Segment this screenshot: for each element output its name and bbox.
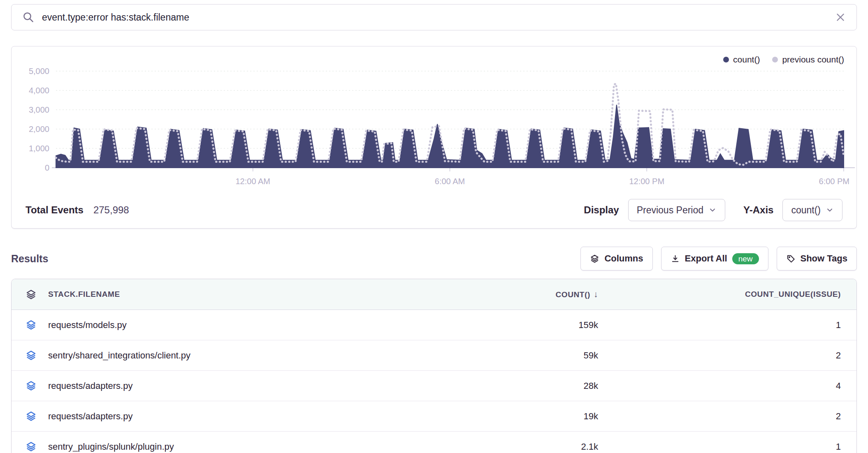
results-header-row: Results Columns Export All new — [11, 247, 857, 270]
results-title: Results — [11, 253, 48, 265]
stack-filename-value: requests/adapters.py — [48, 411, 132, 422]
table-row[interactable]: sentry_plugins/splunk/plugin.py2.1k1 — [12, 432, 856, 453]
stack-filename-value: requests/models.py — [48, 320, 127, 331]
layers-icon — [590, 254, 599, 263]
show-tags-button-label: Show Tags — [801, 253, 848, 264]
chart-footer: Total Events 275,998 Display Previous Pe… — [12, 190, 856, 228]
columns-button-label: Columns — [604, 253, 643, 264]
download-icon — [671, 254, 680, 263]
count-value: 2.1k — [470, 441, 610, 452]
count-value: 28k — [470, 381, 610, 391]
table-header-row: STACK.FILENAME COUNT()↓ COUNT_UNIQUE(ISS… — [12, 279, 856, 310]
stack-filename-value: requests/adapters.py — [48, 381, 132, 391]
column-header-stack-filename-label: STACK.FILENAME — [48, 290, 120, 299]
count-value: 159k — [470, 320, 610, 331]
layers-icon[interactable] — [26, 289, 37, 300]
legend-label-previous-count: previous count() — [782, 55, 844, 65]
column-header-stack-filename[interactable]: STACK.FILENAME — [12, 289, 470, 300]
count-unique-value: 1 — [610, 320, 856, 331]
chevron-down-icon — [708, 206, 717, 214]
clear-search-icon[interactable] — [835, 12, 846, 23]
svg-text:12:00 PM: 12:00 PM — [629, 177, 664, 186]
legend-label-count: count() — [733, 55, 760, 65]
new-badge: new — [732, 253, 759, 264]
events-chart-panel: count() previous count() 01,0002,0003,00… — [11, 46, 857, 229]
svg-text:6:00 PM: 6:00 PM — [819, 177, 849, 186]
search-bar — [11, 4, 857, 30]
stack-context-icon[interactable] — [26, 380, 37, 391]
svg-text:1,000: 1,000 — [29, 144, 49, 153]
count-unique-value: 2 — [610, 411, 856, 422]
svg-text:4,000: 4,000 — [29, 86, 49, 95]
tag-icon — [786, 254, 796, 263]
chart-legend: count() previous count() — [12, 46, 856, 66]
count-value: 59k — [470, 350, 610, 361]
discover-page: count() previous count() 01,0002,0003,00… — [0, 0, 868, 453]
stack-context-icon[interactable] — [26, 441, 37, 452]
display-label: Display — [584, 204, 619, 216]
stack-context-icon[interactable] — [26, 319, 37, 331]
table-row[interactable]: requests/adapters.py28k4 — [12, 371, 856, 401]
count-value: 19k — [470, 411, 610, 422]
chart-plot-area: 01,0002,0003,0004,0005,00012:00 AM6:00 A… — [12, 66, 856, 190]
count-unique-value: 4 — [610, 381, 856, 391]
chevron-down-icon — [826, 206, 834, 214]
results-table: STACK.FILENAME COUNT()↓ COUNT_UNIQUE(ISS… — [11, 279, 857, 453]
count-unique-value: 2 — [610, 350, 856, 361]
table-row[interactable]: requests/models.py159k1 — [12, 310, 856, 340]
yaxis-dropdown-value: count() — [791, 205, 821, 216]
legend-dot-count — [723, 57, 729, 62]
search-input[interactable] — [42, 12, 828, 23]
column-header-count[interactable]: COUNT()↓ — [470, 289, 610, 299]
columns-button[interactable]: Columns — [580, 247, 652, 270]
yaxis-label: Y-Axis — [743, 204, 773, 216]
column-header-count-label: COUNT() — [555, 290, 590, 299]
column-header-count-unique-label: COUNT_UNIQUE(ISSUE) — [745, 290, 841, 298]
legend-item-previous-count[interactable]: previous count() — [772, 55, 844, 65]
stack-context-icon[interactable] — [26, 350, 37, 361]
search-icon — [22, 11, 35, 23]
svg-text:12:00 AM: 12:00 AM — [235, 177, 270, 186]
legend-dot-previous-count — [772, 57, 778, 62]
total-events-label: Total Events — [26, 204, 84, 216]
legend-item-count[interactable]: count() — [723, 55, 760, 65]
export-all-button-label: Export All — [685, 253, 727, 264]
svg-text:3,000: 3,000 — [29, 105, 49, 114]
table-row[interactable]: sentry/shared_integrations/client.py59k2 — [12, 340, 856, 371]
stack-context-icon[interactable] — [26, 411, 37, 422]
total-events-value: 275,998 — [93, 204, 129, 216]
count-unique-value: 1 — [610, 441, 856, 452]
svg-text:5,000: 5,000 — [29, 67, 49, 76]
show-tags-button[interactable]: Show Tags — [777, 247, 857, 270]
display-dropdown-value: Previous Period — [637, 205, 703, 216]
stack-filename-value: sentry/shared_integrations/client.py — [48, 350, 190, 361]
display-dropdown[interactable]: Previous Period — [628, 199, 725, 221]
table-row[interactable]: requests/adapters.py19k2 — [12, 401, 856, 432]
svg-text:6:00 AM: 6:00 AM — [435, 177, 465, 186]
stack-filename-value: sentry_plugins/splunk/plugin.py — [48, 441, 174, 452]
events-area-chart: 01,0002,0003,0004,0005,00012:00 AM6:00 A… — [12, 66, 857, 190]
sort-desc-icon: ↓ — [594, 289, 598, 299]
svg-text:0: 0 — [45, 163, 49, 172]
svg-text:2,000: 2,000 — [29, 125, 49, 134]
export-all-button[interactable]: Export All new — [661, 247, 768, 270]
table-body: requests/models.py159k1 sentry/shared_in… — [12, 310, 856, 453]
yaxis-dropdown[interactable]: count() — [782, 199, 842, 221]
column-header-count-unique[interactable]: COUNT_UNIQUE(ISSUE) — [610, 290, 856, 299]
